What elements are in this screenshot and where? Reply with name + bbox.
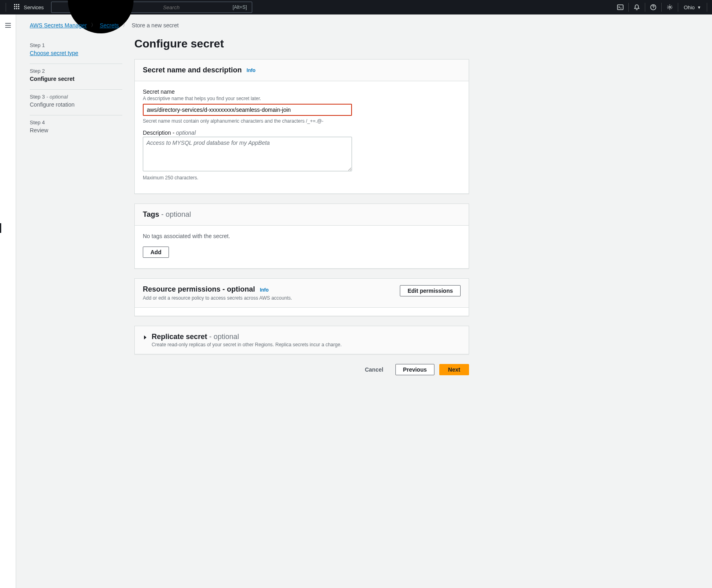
nav-icon-group: Ohio ▼ [612, 0, 707, 14]
step-number: Step 3 - optional [30, 94, 122, 100]
tags-empty-text: No tags associated with the secret. [143, 233, 461, 239]
add-tag-button[interactable]: Add [143, 247, 169, 258]
chevron-down-icon: ▼ [697, 5, 701, 10]
gear-icon [667, 4, 673, 10]
breadcrumb-secrets[interactable]: Secrets [100, 22, 119, 29]
secret-name-input[interactable] [143, 104, 352, 116]
help-icon [650, 4, 656, 10]
chevron-right-icon: 〉 [123, 22, 128, 29]
help-button[interactable] [645, 0, 661, 14]
breadcrumb-root[interactable]: AWS Secrets Manager [30, 22, 87, 29]
wizard-buttons: Cancel Previous Next [134, 364, 469, 375]
notifications-button[interactable] [629, 0, 645, 14]
panel-tags: Tags - optional No tags associated with … [134, 204, 469, 269]
services-grid-icon [14, 4, 21, 10]
nav-divider [707, 3, 707, 12]
panel-header-replicate: Replicate secret - optional [152, 333, 342, 341]
wizard-nav: Step 1 Choose secret type Step 2 Configu… [30, 37, 122, 375]
region-selector[interactable]: Ohio ▼ [678, 4, 707, 10]
secret-name-hint: A descriptive name that helps you find y… [143, 96, 461, 101]
step-number: Step 1 [30, 42, 122, 48]
step-number: Step 2 [30, 68, 122, 74]
panel-header-secret-name: Secret name and description [143, 66, 242, 74]
chevron-right-icon: 〉 [91, 22, 96, 29]
description-label: Description - optional [143, 130, 461, 136]
panel-secret-name: Secret name and description Info Secret … [134, 59, 469, 194]
info-link[interactable]: Info [247, 68, 255, 73]
svg-point-5 [653, 8, 653, 9]
side-accent [0, 223, 1, 233]
expand-caret-icon[interactable] [143, 335, 148, 341]
secret-name-label: Secret name [143, 88, 461, 95]
nav-divider [6, 3, 6, 12]
cancel-button[interactable]: Cancel [358, 364, 391, 375]
breadcrumb-current: Store a new secret [132, 22, 179, 29]
step-title-configure-rotation: Configure rotation [30, 101, 122, 108]
top-nav: Services [Alt+S] Ohio ▼ [0, 0, 712, 14]
services-label: Services [24, 4, 44, 10]
settings-button[interactable] [662, 0, 678, 14]
breadcrumb: AWS Secrets Manager 〉 Secrets 〉 Store a … [30, 22, 469, 29]
step-link-choose-type[interactable]: Choose secret type [30, 50, 78, 56]
cloudshell-icon [617, 4, 624, 10]
edit-permissions-button[interactable]: Edit permissions [400, 285, 461, 296]
bell-icon [634, 4, 640, 10]
cloudshell-button[interactable] [612, 0, 628, 14]
description-rule: Maximum 250 characters. [143, 175, 461, 181]
panel-header-permissions: Resource permissions - optional [143, 285, 255, 293]
svg-rect-2 [617, 5, 623, 10]
wizard-step-2: Step 2 Configure secret [30, 64, 122, 90]
replicate-desc: Create read-only replicas of your secret… [152, 342, 342, 347]
services-menu[interactable]: Services [12, 2, 46, 12]
panel-replicate-secret: Replicate secret - optional Create read-… [134, 326, 469, 354]
previous-button[interactable]: Previous [395, 364, 434, 375]
permissions-desc: Add or edit a resource policy to access … [143, 295, 292, 301]
side-panel-toggle[interactable] [0, 14, 16, 588]
page-title: Configure secret [134, 37, 469, 50]
wizard-step-3: Step 3 - optional Configure rotation [30, 90, 122, 115]
svg-point-6 [669, 6, 670, 8]
search-input[interactable] [160, 4, 231, 10]
menu-icon [4, 22, 12, 29]
description-textarea[interactable] [143, 137, 352, 171]
search-shortcut: [Alt+S] [231, 4, 249, 10]
wizard-step-4: Step 4 Review [30, 115, 122, 141]
secret-name-rule: Secret name must contain only alphanumer… [143, 118, 461, 124]
panel-resource-permissions: Resource permissions - optional Info Add… [134, 278, 469, 316]
panel-header-tags: Tags - optional [143, 210, 191, 219]
step-title-configure-secret: Configure secret [30, 76, 122, 82]
step-number: Step 4 [30, 119, 122, 125]
next-button[interactable]: Next [439, 364, 469, 375]
wizard-step-1: Step 1 Choose secret type [30, 38, 122, 64]
main-content: AWS Secrets Manager 〉 Secrets 〉 Store a … [16, 14, 483, 588]
global-search[interactable]: [Alt+S] [51, 2, 252, 13]
region-label: Ohio [684, 4, 695, 10]
info-link[interactable]: Info [260, 287, 269, 293]
step-title-review: Review [30, 127, 122, 134]
